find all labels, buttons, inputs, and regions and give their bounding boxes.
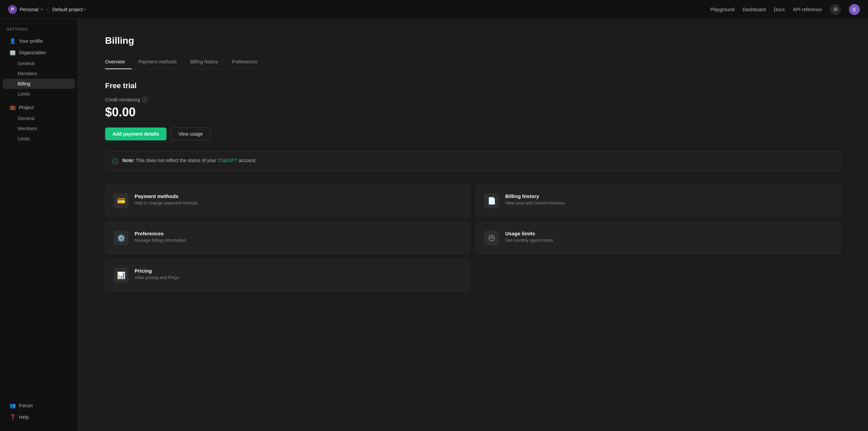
card-icon-pricing: 📊 xyxy=(114,268,129,283)
topbar: P Personal ▾ / Default project ▾ Playgro… xyxy=(0,0,868,19)
card-desc-usage-limits: Set monthly spend limits xyxy=(505,238,553,243)
view-usage-button[interactable]: View usage xyxy=(171,128,211,140)
org-initial-badge: P xyxy=(8,5,17,14)
card-desc-pricing: View pricing and FAQs xyxy=(135,275,179,280)
card-desc-preferences: Manage billing information xyxy=(135,238,186,243)
card-desc-payment-methods: Add or change payment method xyxy=(135,200,197,205)
sidebar-item-forum[interactable]: 👥 Forum xyxy=(3,400,75,411)
sidebar-label-forum: Forum xyxy=(19,403,33,408)
free-trial-title: Free trial xyxy=(105,81,841,90)
card-icon-payment-methods: 💳 xyxy=(114,193,129,208)
sidebar-label-proj-general: General xyxy=(18,116,35,121)
note-banner: ⓘ Note: This does not reflect the status… xyxy=(105,151,841,171)
card-icon-usage-limits xyxy=(484,231,499,246)
credit-label: Credit remaining i xyxy=(105,97,841,102)
card-payment-methods[interactable]: 💳 Payment methods Add or change payment … xyxy=(105,185,470,217)
sidebar-item-proj-limits[interactable]: Limits xyxy=(3,134,75,144)
card-title-preferences: Preferences xyxy=(135,231,186,236)
sidebar: SETTINGS 👤 Your profile 🏢 Organization G… xyxy=(0,19,78,431)
sidebar-item-project[interactable]: 💼 Project xyxy=(3,102,75,113)
nav-link-api-reference[interactable]: API reference xyxy=(793,7,822,12)
card-title-pricing: Pricing xyxy=(135,268,179,274)
card-icon-billing-history: 📄 xyxy=(484,193,499,208)
forum-icon: 👥 xyxy=(9,403,16,409)
tab-billing-history[interactable]: Billing history xyxy=(183,56,225,69)
sidebar-item-billing[interactable]: Billing xyxy=(3,79,75,89)
sidebar-item-org-general[interactable]: General xyxy=(3,58,75,68)
sidebar-label-org-members: Members xyxy=(18,71,37,76)
sidebar-label-help: Help xyxy=(19,414,29,420)
credit-amount: $0.00 xyxy=(105,105,841,119)
user-avatar[interactable]: C xyxy=(849,4,860,15)
organization-icon: 🏢 xyxy=(9,50,16,56)
sidebar-item-proj-members[interactable]: Members xyxy=(3,123,75,134)
sidebar-label-proj-members: Members xyxy=(18,126,37,131)
settings-label: SETTINGS xyxy=(0,27,78,31)
sidebar-item-org-members[interactable]: Members xyxy=(3,68,75,79)
sidebar-item-organization[interactable]: 🏢 Organization xyxy=(3,47,75,58)
card-desc-billing-history: View past and current invoices xyxy=(505,200,565,205)
tab-payment-methods[interactable]: Payment methods xyxy=(132,56,183,69)
project-name[interactable]: Default project ▾ xyxy=(52,7,86,12)
topbar-left: P Personal ▾ / Default project ▾ xyxy=(8,5,86,14)
sidebar-label-org-limits: Limits xyxy=(18,91,30,97)
sidebar-item-help[interactable]: ❓ Help xyxy=(3,411,75,423)
nav-link-docs[interactable]: Docs xyxy=(774,7,785,12)
tab-preferences[interactable]: Preferences xyxy=(225,56,264,69)
org-chevron-icon: ▾ xyxy=(41,7,43,11)
card-pricing[interactable]: 📊 Pricing View pricing and FAQs xyxy=(105,259,470,291)
sidebar-label-project: Project xyxy=(19,105,34,110)
org-name[interactable]: Personal xyxy=(20,7,38,12)
sidebar-label-organization: Organization xyxy=(19,50,46,55)
sidebar-label-your-profile: Your profile xyxy=(19,38,43,44)
chatgpt-link[interactable]: ChatGPT xyxy=(218,158,237,163)
page-title: Billing xyxy=(105,35,841,46)
sidebar-label-proj-limits: Limits xyxy=(18,136,30,141)
layout: SETTINGS 👤 Your profile 🏢 Organization G… xyxy=(0,19,868,431)
sidebar-label-org-general: General xyxy=(18,61,35,66)
add-payment-details-button[interactable]: Add payment details xyxy=(105,128,166,140)
breadcrumb-separator: / xyxy=(47,7,48,12)
note-text: Note: This does not reflect the status o… xyxy=(122,157,257,164)
nav-link-playground[interactable]: Playground xyxy=(710,7,734,12)
card-title-payment-methods: Payment methods xyxy=(135,193,197,199)
project-icon: 💼 xyxy=(9,104,16,111)
note-info-icon: ⓘ xyxy=(112,157,118,165)
sidebar-item-org-limits[interactable]: Limits xyxy=(3,89,75,99)
settings-icon[interactable]: ⚙ xyxy=(830,4,841,15)
card-billing-history[interactable]: 📄 Billing history View past and current … xyxy=(476,185,841,217)
main-content: Billing Overview Payment methods Billing… xyxy=(78,19,868,431)
tabs: Overview Payment methods Billing history… xyxy=(105,56,841,69)
sidebar-top: SETTINGS 👤 Your profile 🏢 Organization G… xyxy=(0,27,78,144)
project-chevron-icon: ▾ xyxy=(84,7,86,11)
sidebar-label-billing: Billing xyxy=(18,81,30,86)
card-title-billing-history: Billing history xyxy=(505,193,565,199)
card-icon-preferences: ⚙️ xyxy=(114,231,129,246)
topbar-right: Playground Dashboard Docs API reference … xyxy=(710,4,860,15)
help-icon: ❓ xyxy=(9,414,16,420)
card-preferences[interactable]: ⚙️ Preferences Manage billing informatio… xyxy=(105,222,470,254)
card-title-usage-limits: Usage limits xyxy=(505,231,553,236)
user-icon: 👤 xyxy=(9,38,16,44)
credit-info-icon[interactable]: i xyxy=(142,97,147,102)
sidebar-bottom: 👥 Forum ❓ Help xyxy=(0,400,78,423)
sidebar-item-your-profile[interactable]: 👤 Your profile xyxy=(3,35,75,47)
action-buttons: Add payment details View usage xyxy=(105,128,841,140)
tab-overview[interactable]: Overview xyxy=(105,56,132,69)
cards-grid: 💳 Payment methods Add or change payment … xyxy=(105,185,841,291)
sidebar-item-proj-general[interactable]: General xyxy=(3,113,75,123)
nav-link-dashboard[interactable]: Dashboard xyxy=(743,7,766,12)
card-usage-limits[interactable]: Usage limits Set monthly spend limits xyxy=(476,222,841,254)
